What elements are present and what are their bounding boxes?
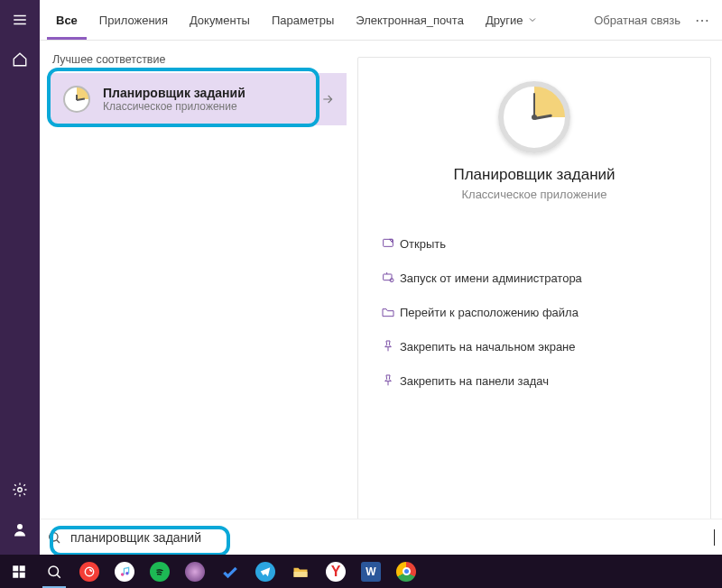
taskbar-todo[interactable] xyxy=(213,555,247,588)
open-icon xyxy=(381,236,395,251)
svg-point-11 xyxy=(85,567,93,575)
taskbar-app[interactable] xyxy=(178,555,212,588)
category-tabs: Все Приложения Документы Параметры Элект… xyxy=(40,0,722,40)
task-scheduler-large-icon xyxy=(498,81,570,153)
taskbar-search[interactable] xyxy=(37,555,71,588)
search-input[interactable]: планировщик заданий xyxy=(70,530,716,545)
tab-more[interactable]: Другие xyxy=(477,0,547,40)
hamburger-icon xyxy=(12,12,28,28)
action-pin-start-label: Закрепить на начальном экране xyxy=(400,340,576,354)
start-button[interactable] xyxy=(2,555,36,588)
taskbar-itunes[interactable] xyxy=(107,555,142,588)
action-pin-start[interactable]: Закрепить на начальном экране xyxy=(373,331,696,362)
taskbar-spotify[interactable] xyxy=(143,555,177,588)
best-match-label: Лучшее соответствие xyxy=(51,53,347,73)
action-run-admin-label: Запуск от имени администратора xyxy=(400,271,582,285)
start-icon xyxy=(9,562,29,582)
taskbar: Y W xyxy=(0,555,722,588)
tab-apps[interactable]: Приложения xyxy=(90,0,177,40)
sidebar xyxy=(0,0,40,555)
gear-icon xyxy=(12,482,28,498)
task-scheduler-icon xyxy=(63,86,90,113)
feedback-link[interactable]: Обратная связь xyxy=(594,14,680,27)
detail-title: Планировщик заданий xyxy=(373,166,696,184)
chrome-icon xyxy=(396,562,416,582)
tab-more-label: Другие xyxy=(486,14,523,27)
tab-email[interactable]: Электронная_почта xyxy=(347,0,473,40)
action-open-label: Открыть xyxy=(400,237,446,251)
action-open-location-label: Перейти к расположению файла xyxy=(400,306,579,319)
action-pin-taskbar-label: Закрепить на панели задач xyxy=(400,374,549,388)
menu-button[interactable] xyxy=(0,0,40,40)
pocketcasts-icon xyxy=(79,562,99,582)
taskbar-explorer[interactable] xyxy=(283,555,318,588)
generic-app-icon xyxy=(185,562,205,582)
search-icon xyxy=(47,530,61,545)
profile-button[interactable] xyxy=(0,510,40,549)
taskbar-chrome[interactable] xyxy=(389,555,423,588)
detail-card: Планировщик заданий Классическое приложе… xyxy=(357,57,711,544)
svg-point-1 xyxy=(17,524,23,529)
svg-rect-7 xyxy=(20,565,25,571)
tab-settings[interactable]: Параметры xyxy=(263,0,343,40)
more-menu-button[interactable]: ⋯ xyxy=(690,12,715,29)
svg-rect-8 xyxy=(13,572,18,577)
arrow-right-icon xyxy=(320,92,335,106)
tab-all[interactable]: Все xyxy=(47,0,87,40)
folder-icon xyxy=(381,305,395,319)
home-button[interactable] xyxy=(0,40,40,79)
home-icon xyxy=(12,51,28,68)
tab-documents[interactable]: Документы xyxy=(180,0,259,40)
taskbar-yandex[interactable]: Y xyxy=(319,555,353,588)
settings-button[interactable] xyxy=(0,470,40,510)
pin-task-icon xyxy=(381,373,395,388)
action-open[interactable]: Открыть xyxy=(373,228,696,259)
text-caret xyxy=(714,529,715,546)
todo-icon xyxy=(220,562,240,582)
best-match-result[interactable]: Планировщик заданий Классическое приложе… xyxy=(51,73,347,125)
pin-start-icon xyxy=(381,339,395,354)
taskbar-telegram[interactable] xyxy=(248,555,282,588)
detail-actions: Открыть Запуск от имени администратора П… xyxy=(373,228,696,396)
svg-point-10 xyxy=(49,566,59,576)
profile-icon xyxy=(12,521,28,537)
taskbar-pocketcasts[interactable] xyxy=(72,555,106,588)
yandex-icon: Y xyxy=(326,562,346,582)
itunes-icon xyxy=(115,562,134,582)
result-title: Планировщик заданий xyxy=(103,86,245,100)
svg-rect-6 xyxy=(13,565,18,571)
search-icon xyxy=(44,562,64,582)
telegram-icon xyxy=(255,562,275,582)
expand-arrow[interactable] xyxy=(316,73,339,125)
svg-rect-9 xyxy=(20,572,25,577)
action-run-admin[interactable]: Запуск от имени администратора xyxy=(373,262,696,293)
detail-subtitle: Классическое приложение xyxy=(373,188,696,201)
word-icon: W xyxy=(361,562,381,582)
svg-rect-14 xyxy=(294,572,308,577)
svg-rect-2 xyxy=(384,239,393,246)
action-open-location[interactable]: Перейти к расположению файла xyxy=(373,297,696,327)
action-pin-taskbar[interactable]: Закрепить на панели задач xyxy=(373,365,696,396)
explorer-icon xyxy=(291,562,310,582)
search-bar[interactable]: планировщик заданий xyxy=(40,519,722,555)
result-subtitle: Классическое приложение xyxy=(103,100,245,113)
taskbar-word[interactable]: W xyxy=(354,555,388,588)
svg-point-0 xyxy=(18,488,23,492)
svg-point-5 xyxy=(50,532,58,540)
spotify-icon xyxy=(150,562,170,582)
chevron-down-icon xyxy=(527,14,538,25)
search-panel: Все Приложения Документы Параметры Элект… xyxy=(40,0,722,555)
admin-icon xyxy=(381,271,395,285)
